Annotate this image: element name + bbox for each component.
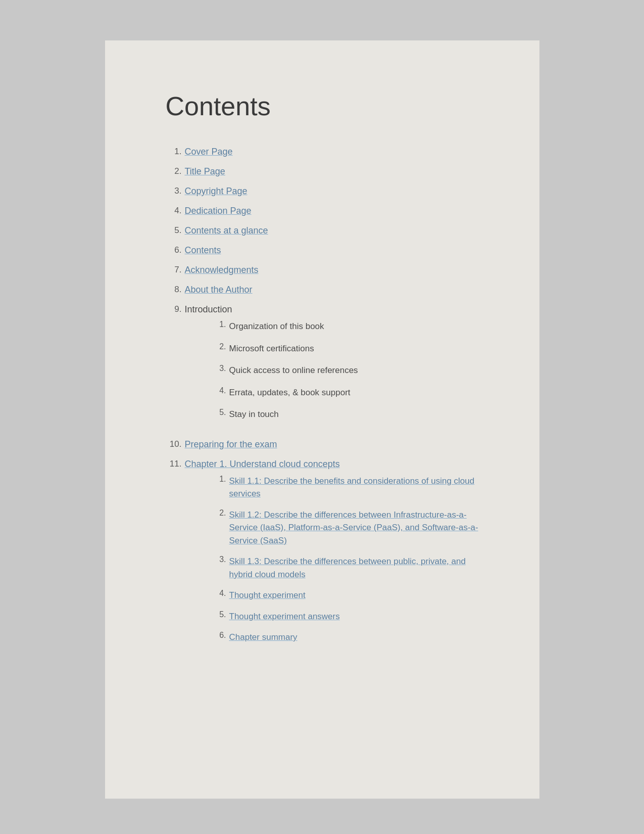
toc-ch1-link-3[interactable]: Skill 1.3: Describe the differences betw…: [229, 555, 479, 581]
toc-sub-item-9-2: 2. Microsoft certifications: [215, 342, 358, 355]
toc-item-9-content: Introduction 1. Organization of this boo…: [185, 304, 358, 430]
toc-sub-item-9-5: 5. Stay in touch: [215, 408, 358, 421]
toc-sub-link-9-1[interactable]: Organization of this book: [229, 320, 324, 333]
toc-link-4[interactable]: Dedication Page: [185, 206, 252, 216]
toc-sub-item-9-3: 3. Quick access to online references: [215, 364, 358, 377]
toc-item-4: 4. Dedication Page: [166, 206, 479, 216]
toc-link-5[interactable]: Contents at a glance: [185, 225, 268, 236]
toc-num-4: 4.: [166, 206, 185, 216]
toc-num-3: 3.: [166, 186, 185, 196]
toc-item-10: 10. Preparing for the exam: [166, 439, 479, 450]
toc-link-11[interactable]: Chapter 1. Understand cloud concepts: [185, 459, 340, 469]
toc-num-7: 7.: [166, 265, 185, 275]
toc-ch1-link-4[interactable]: Thought experiment: [229, 589, 306, 602]
toc-link-7[interactable]: Acknowledgments: [185, 265, 259, 275]
toc-sub-num-9-1: 1.: [215, 320, 229, 329]
toc-ch1-link-6[interactable]: Chapter summary: [229, 631, 298, 644]
toc-ch1-link-1[interactable]: Skill 1.1: Describe the benefits and con…: [229, 475, 479, 500]
toc-ch1-item-1: 1. Skill 1.1: Describe the benefits and …: [215, 475, 479, 500]
toc-link-8[interactable]: About the Author: [185, 285, 253, 295]
toc-num-5: 5.: [166, 225, 185, 236]
toc-link-6[interactable]: Contents: [185, 245, 221, 256]
toc-num-9: 9.: [166, 304, 185, 314]
toc-item-11: 11. Chapter 1. Understand cloud concepts…: [166, 459, 479, 652]
introduction-sub-list: 1. Organization of this book 2. Microsof…: [215, 320, 358, 421]
toc-sub-link-9-4[interactable]: Errata, updates, & book support: [229, 386, 351, 399]
toc-num-2: 2.: [166, 166, 185, 176]
toc-link-2[interactable]: Title Page: [185, 166, 225, 177]
toc-item-7: 7. Acknowledgments: [166, 265, 479, 275]
toc-sub-num-9-4: 4.: [215, 386, 229, 395]
toc-item-5: 5. Contents at a glance: [166, 225, 479, 236]
toc-ch1-item-6: 6. Chapter summary: [215, 631, 479, 644]
toc-item-6: 6. Contents: [166, 245, 479, 256]
toc-link-10[interactable]: Preparing for the exam: [185, 439, 277, 450]
toc-label-9: Introduction: [185, 304, 232, 314]
toc-ch1-num-5: 5.: [215, 610, 229, 619]
toc-ch1-num-1: 1.: [215, 475, 229, 484]
toc-link-3[interactable]: Copyright Page: [185, 186, 247, 197]
toc-ch1-link-2[interactable]: Skill 1.2: Describe the differences betw…: [229, 508, 479, 547]
chapter1-sub-list: 1. Skill 1.1: Describe the benefits and …: [215, 475, 479, 644]
toc-sub-num-9-5: 5.: [215, 408, 229, 417]
toc-sub-item-9-1: 1. Organization of this book: [215, 320, 358, 333]
toc-num-11: 11.: [166, 459, 185, 469]
toc-item-11-content: Chapter 1. Understand cloud concepts 1. …: [185, 459, 479, 652]
toc-num-1: 1.: [166, 147, 185, 157]
toc-ch1-item-4: 4. Thought experiment: [215, 589, 479, 602]
toc-ch1-link-5[interactable]: Thought experiment answers: [229, 610, 340, 623]
toc-item-8: 8. About the Author: [166, 285, 479, 295]
toc-ch1-item-3: 3. Skill 1.3: Describe the differences b…: [215, 555, 479, 581]
toc-item-1: 1. Cover Page: [166, 147, 479, 157]
toc-ch1-num-6: 6.: [215, 631, 229, 640]
toc-sub-num-9-3: 3.: [215, 364, 229, 373]
toc-item-2: 2. Title Page: [166, 166, 479, 177]
toc-num-6: 6.: [166, 245, 185, 255]
toc-item-9: 9. Introduction 1. Organization of this …: [166, 304, 479, 430]
toc-item-3: 3. Copyright Page: [166, 186, 479, 197]
toc-num-10: 10.: [166, 439, 185, 449]
toc-ch1-item-5: 5. Thought experiment answers: [215, 610, 479, 623]
toc-sub-link-9-3[interactable]: Quick access to online references: [229, 364, 358, 377]
toc-list: 1. Cover Page 2. Title Page 3. Copyright…: [166, 147, 479, 652]
toc-sub-link-9-2[interactable]: Microsoft certifications: [229, 342, 314, 355]
toc-num-8: 8.: [166, 285, 185, 295]
toc-sub-num-9-2: 2.: [215, 342, 229, 351]
page-container: Contents 1. Cover Page 2. Title Page 3. …: [105, 40, 539, 799]
toc-link-1[interactable]: Cover Page: [185, 147, 233, 157]
toc-sub-item-9-4: 4. Errata, updates, & book support: [215, 386, 358, 399]
toc-ch1-num-4: 4.: [215, 589, 229, 598]
toc-ch1-num-2: 2.: [215, 508, 229, 518]
page-title: Contents: [166, 91, 479, 121]
toc-sub-link-9-5[interactable]: Stay in touch: [229, 408, 279, 421]
toc-ch1-num-3: 3.: [215, 555, 229, 564]
toc-ch1-item-2: 2. Skill 1.2: Describe the differences b…: [215, 508, 479, 547]
